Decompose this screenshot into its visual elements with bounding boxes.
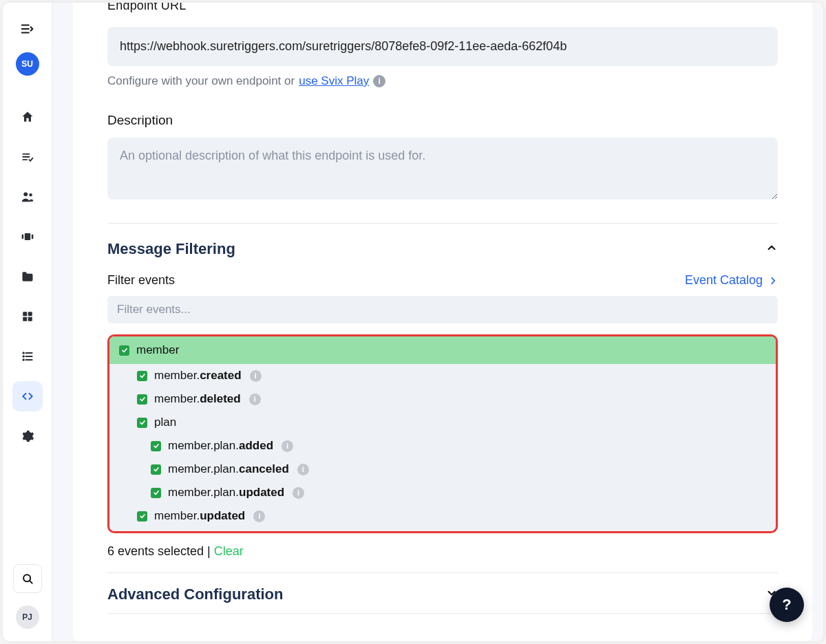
svg-point-17 — [23, 356, 24, 357]
nav-settings-icon[interactable] — [12, 421, 43, 451]
help-button[interactable]: ? — [770, 588, 804, 622]
info-icon[interactable]: i — [297, 464, 309, 475]
info-icon[interactable]: i — [249, 394, 261, 405]
sidebar: SU PJ — [3, 3, 52, 641]
svg-rect-11 — [23, 312, 27, 316]
svg-rect-9 — [21, 235, 23, 239]
checkbox-icon[interactable] — [137, 511, 147, 522]
content-card: Endpoint URL Configure with your own end… — [73, 3, 812, 641]
endpoint-hint-text: Configure with your own endpoint or — [107, 74, 295, 88]
nav-list-icon[interactable] — [12, 341, 43, 372]
checkbox-icon[interactable] — [151, 464, 161, 475]
event-label: member.plan.canceled — [168, 462, 289, 476]
org-avatar[interactable]: SU — [16, 52, 39, 76]
nav-apps-icon[interactable] — [12, 301, 43, 332]
message-filtering-title: Message Filtering — [107, 240, 235, 258]
endpoint-url-label: Endpoint URL — [107, 3, 778, 13]
checkbox-icon[interactable] — [151, 488, 161, 498]
nav-list-check-icon[interactable] — [12, 142, 43, 172]
nav-code-icon[interactable] — [12, 381, 43, 411]
event-member-plan-updated[interactable]: member.plan.updated i — [109, 481, 776, 504]
svg-line-22 — [29, 581, 32, 583]
divider — [107, 613, 778, 614]
event-label: member.updated — [154, 509, 245, 523]
info-icon[interactable]: i — [253, 511, 265, 522]
events-tree: member member.created i member.deleted i… — [107, 334, 778, 533]
nav-members-icon[interactable] — [12, 182, 43, 212]
svg-rect-13 — [23, 317, 27, 321]
event-member-plan-added[interactable]: member.plan.added i — [109, 434, 776, 458]
event-label: member.plan.updated — [168, 486, 284, 500]
checkbox-icon[interactable] — [137, 394, 147, 405]
sidebar-toggle[interactable] — [14, 15, 41, 43]
selected-summary: 6 events selected | Clear — [107, 544, 778, 559]
divider — [107, 572, 778, 573]
info-icon[interactable]: i — [250, 370, 262, 382]
filter-events-label: Filter events — [107, 273, 175, 288]
svix-play-link[interactable]: use Svix Play — [299, 74, 369, 88]
svg-rect-12 — [28, 312, 32, 316]
event-catalog-text: Event Catalog — [685, 273, 763, 288]
event-label: member.deleted — [154, 392, 241, 406]
nav-carousel-icon[interactable] — [12, 222, 43, 252]
advanced-configuration-header[interactable]: Advanced Configuration — [107, 586, 778, 613]
chevron-right-icon — [768, 276, 778, 286]
endpoint-hint: Configure with your own endpoint or use … — [107, 74, 778, 88]
user-avatar[interactable]: PJ — [16, 605, 39, 629]
selected-count-text: 6 events selected | — [107, 544, 214, 558]
nav-home-icon[interactable] — [12, 102, 43, 132]
info-icon[interactable]: i — [282, 440, 293, 452]
checkbox-icon[interactable] — [151, 441, 161, 451]
checkbox-icon[interactable] — [137, 418, 147, 428]
svg-point-7 — [29, 193, 32, 196]
event-member-deleted[interactable]: member.deleted i — [109, 387, 776, 411]
filter-events-search[interactable] — [107, 296, 778, 323]
description-label: Description — [107, 113, 778, 128]
svg-point-6 — [23, 192, 28, 196]
svg-rect-8 — [24, 233, 30, 240]
main-panel: Endpoint URL Configure with your own end… — [52, 3, 823, 641]
chevron-up-icon — [765, 242, 778, 257]
event-label: member.plan.added — [168, 439, 273, 453]
question-icon: ? — [782, 596, 791, 614]
svg-rect-14 — [28, 317, 32, 321]
checkbox-icon[interactable] — [137, 371, 147, 381]
svg-point-19 — [23, 359, 24, 361]
event-subgroup-plan[interactable]: plan — [109, 411, 776, 434]
event-catalog-link[interactable]: Event Catalog — [685, 273, 778, 288]
svg-rect-10 — [31, 235, 33, 239]
event-group-member[interactable]: member — [109, 336, 776, 364]
clear-selection-link[interactable]: Clear — [214, 544, 244, 558]
nav-folder-icon[interactable] — [12, 261, 43, 292]
endpoint-url-input[interactable] — [107, 27, 778, 66]
sidebar-search-button[interactable] — [13, 564, 42, 593]
info-icon[interactable]: i — [293, 487, 304, 499]
event-member-updated[interactable]: member.updated i — [109, 504, 776, 531]
event-member-created[interactable]: member.created i — [109, 364, 776, 387]
divider — [107, 223, 778, 224]
event-subgroup-label: plan — [154, 416, 176, 429]
event-label: member.created — [154, 369, 242, 383]
advanced-configuration-title: Advanced Configuration — [107, 586, 283, 603]
info-icon[interactable]: i — [373, 75, 385, 87]
checkbox-icon[interactable] — [119, 345, 129, 356]
message-filtering-header[interactable]: Message Filtering — [107, 240, 778, 258]
svg-point-15 — [23, 352, 24, 354]
event-member-plan-canceled[interactable]: member.plan.canceled i — [109, 458, 776, 481]
description-textarea[interactable] — [107, 138, 778, 200]
event-group-label: member — [136, 343, 179, 357]
